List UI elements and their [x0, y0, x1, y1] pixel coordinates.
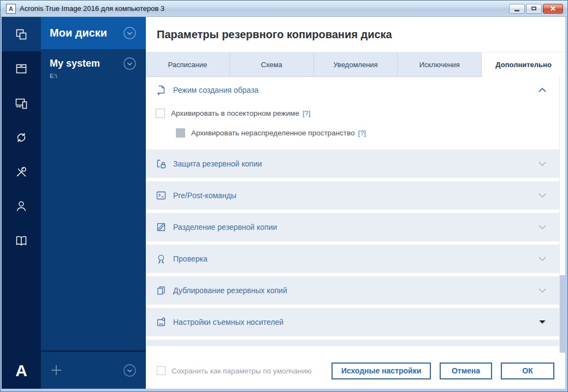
nav-devices[interactable]	[2, 86, 41, 120]
section-backup-protection[interactable]: Защита резервной копии	[146, 150, 559, 178]
settings-panel: Режим создания образа Архивировать в пос…	[146, 77, 565, 353]
tab-advanced[interactable]: Дополнительно	[482, 52, 565, 77]
section-label: Настройки съемных носителей	[173, 318, 283, 326]
backup-list-body: My system E:\	[41, 49, 146, 351]
section-label: Режим создания образа	[173, 86, 258, 94]
validation-ribbon-icon	[156, 253, 167, 264]
chevron-down-icon[interactable]	[539, 257, 546, 261]
main-content: Параметры резервного копирования диска Р…	[146, 17, 565, 389]
nav-account[interactable]	[2, 189, 41, 223]
help-book-icon	[14, 234, 28, 248]
page-title: Параметры резервного копирования диска	[157, 28, 392, 41]
tab-schedule[interactable]: Расписание	[146, 52, 230, 77]
nav-backup[interactable]	[2, 17, 41, 51]
section-label: Разделение резервной копии	[173, 223, 277, 231]
chevron-down-icon[interactable]	[539, 288, 546, 293]
option-unallocated-space: Архивировать нераспределенное пространст…	[176, 128, 559, 138]
section-removable-media[interactable]: Настройки съемных носителей	[146, 308, 559, 336]
maximize-icon	[531, 7, 536, 10]
cancel-button[interactable]: Отмена	[440, 363, 492, 379]
nav-sync[interactable]	[2, 120, 41, 155]
split-backup-icon	[156, 222, 167, 233]
option-sector-by-sector: Архивировать в посекторном режиме [?]	[156, 109, 559, 118]
app-icon: A	[6, 4, 16, 14]
close-button[interactable]	[543, 4, 563, 14]
minimize-button[interactable]	[509, 4, 525, 14]
rail-spacer	[2, 258, 41, 353]
window-controls	[508, 4, 563, 14]
nav-help[interactable]	[2, 223, 41, 258]
section-validation[interactable]: Проверка	[146, 245, 559, 273]
chevron-down-icon[interactable]	[539, 162, 546, 166]
scrollbar-track[interactable]	[559, 77, 565, 353]
help-link[interactable]: [?]	[303, 109, 310, 117]
chevron-down-icon[interactable]	[539, 320, 546, 324]
backup-list-title: Мои диски	[50, 27, 107, 39]
help-link[interactable]: [?]	[358, 129, 366, 137]
minimize-icon	[514, 10, 519, 11]
tools-icon	[14, 165, 28, 179]
tab-bar: Расписание Схема Уведомления Исключения …	[146, 52, 565, 77]
section-pre-post-commands[interactable]: Pre/Post-команды	[146, 181, 559, 210]
content-header: Параметры резервного копирования диска	[146, 17, 565, 52]
image-mode-icon	[156, 85, 167, 96]
add-backup-button[interactable]	[50, 364, 63, 377]
backup-protection-icon	[156, 158, 167, 169]
chevron-down-circle-icon[interactable]	[122, 26, 137, 40]
sync-icon	[14, 130, 28, 145]
backup-list-header[interactable]: Мои диски	[41, 17, 146, 49]
chevron-down-circle-icon[interactable]	[122, 363, 137, 378]
sector-by-sector-checkbox[interactable]	[156, 109, 165, 118]
unallocated-space-checkbox	[176, 128, 185, 138]
reset-settings-button[interactable]: Исходные настройки	[332, 363, 431, 379]
section-label: Pre/Post-команды	[173, 191, 236, 200]
account-icon	[14, 199, 28, 213]
scrollbar-thumb[interactable]	[560, 275, 565, 353]
backup-list-panel: Мои диски My system E:\	[41, 17, 146, 389]
chevron-up-icon[interactable]	[539, 88, 546, 92]
section-duplicate-backups[interactable]: Дублирование резервных копий	[146, 276, 559, 305]
section-image-mode-header[interactable]: Режим создания образа	[146, 77, 559, 103]
backup-list-footer	[41, 351, 146, 389]
section-split-backup[interactable]: Разделение резервной копии	[146, 213, 559, 241]
window-title: Acronis True Image 2016 для компьютеров …	[20, 4, 164, 13]
close-icon	[550, 5, 556, 11]
option-label: Архивировать в посекторном режиме	[171, 109, 299, 117]
duplicate-copies-icon	[156, 285, 167, 296]
app-body: A Мои диски My system	[2, 17, 565, 389]
app-window: A Acronis True Image 2016 для компьютеро…	[0, 0, 568, 392]
terminal-icon	[156, 190, 167, 201]
nav-archive[interactable]	[2, 51, 41, 86]
save-as-default-checkbox[interactable]	[157, 366, 165, 375]
nav-rail: A	[2, 17, 41, 389]
acronis-logo: A	[2, 353, 41, 389]
devices-icon	[14, 96, 28, 110]
backup-source-path: E:\	[50, 73, 137, 79]
removable-media-icon	[156, 317, 167, 328]
chevron-down-circle-icon[interactable]	[122, 56, 137, 71]
section-image-mode: Режим создания образа Архивировать в пос…	[146, 77, 559, 146]
save-as-default-label: Сохранить как параметры по умолчанию	[171, 367, 311, 375]
section-label: Защита резервной копии	[173, 159, 262, 168]
backup-icon	[14, 27, 28, 41]
section-label: Проверка	[173, 254, 208, 263]
archive-icon	[14, 62, 28, 76]
footer-bar: Сохранить как параметры по умолчанию Исх…	[146, 353, 565, 389]
chevron-down-icon[interactable]	[539, 225, 546, 229]
nav-tools[interactable]	[2, 155, 41, 189]
chevron-down-icon[interactable]	[539, 193, 546, 198]
backup-item-my-system[interactable]: My system E:\	[41, 49, 146, 79]
tab-exclusions[interactable]: Исключения	[398, 52, 482, 77]
maximize-button[interactable]	[526, 4, 542, 14]
option-label: Архивировать нераспределенное пространст…	[191, 129, 355, 137]
section-row-partial[interactable]	[146, 340, 559, 346]
backup-name: My system	[50, 58, 100, 69]
tab-scheme[interactable]: Схема	[230, 52, 314, 77]
section-label: Дублирование резервных копий	[173, 286, 287, 295]
titlebar: A Acronis True Image 2016 для компьютеро…	[1, 1, 567, 17]
settings-scroll-area: Режим создания образа Архивировать в пос…	[146, 77, 559, 353]
tab-notifications[interactable]: Уведомления	[314, 52, 398, 77]
footer-buttons: Исходные настройки Отмена ОК	[323, 363, 554, 379]
ok-button[interactable]: ОК	[501, 363, 554, 379]
